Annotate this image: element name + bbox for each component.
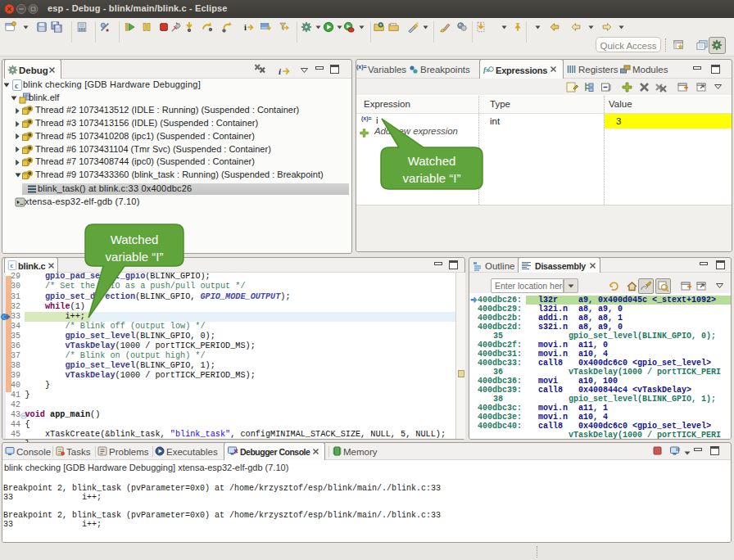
svg-text:c: c [15,81,19,90]
svg-text:i: i [244,23,247,32]
svg-text:i: i [279,66,282,76]
svg-text:c: c [10,261,13,269]
